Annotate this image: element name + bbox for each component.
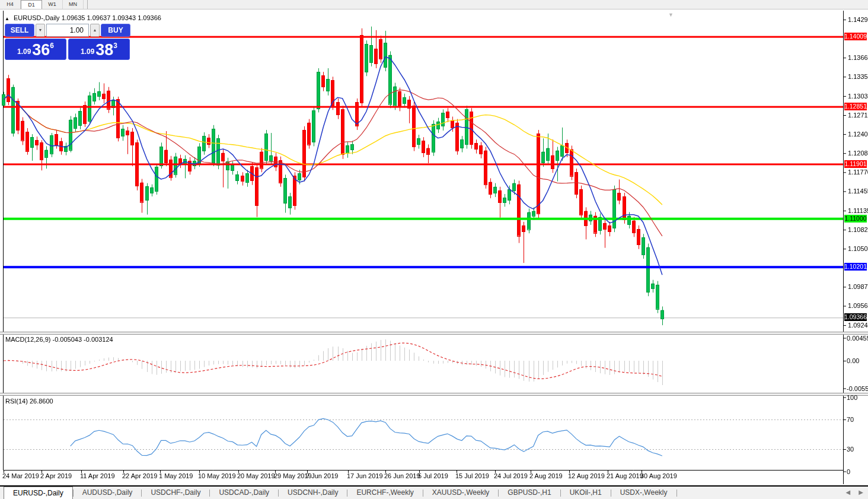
timeframe-button-h4[interactable]: H4 bbox=[0, 0, 21, 9]
buy-button[interactable]: BUY bbox=[101, 24, 130, 37]
tab-usdcnh-daily[interactable]: USDCNH-,Daily bbox=[279, 487, 347, 499]
price-level-label: 1.11901 bbox=[844, 160, 867, 168]
tab-ukoil-h1[interactable]: UKOil-,H1 bbox=[561, 487, 611, 499]
rsi-scale-tick: 100 bbox=[847, 394, 857, 401]
bid-price-prefix: 1.09 bbox=[17, 47, 31, 56]
chart-title: ▲ EURUSD-,Daily 1.09635 1.09637 1.09343 … bbox=[5, 14, 161, 21]
date-axis-label: 24 Mar 2019 bbox=[2, 472, 39, 479]
lot-size-input[interactable] bbox=[46, 24, 89, 37]
price-axis-tick: 1.09240 bbox=[848, 322, 868, 329]
chart-tab-bar: EURUSD-,DailyAUDUSD-,DailyUSDCHF-,DailyU… bbox=[0, 485, 868, 499]
date-axis-label: 21 Aug 2019 bbox=[607, 472, 643, 479]
price-level-label: 1.11000 bbox=[844, 215, 867, 223]
tab-eurchf-weekly[interactable]: EURCHF-,Weekly bbox=[347, 487, 422, 499]
rsi-scale-tick: 0 bbox=[847, 468, 850, 475]
price-axis-tick: 1.14295 bbox=[848, 16, 868, 23]
macd-indicator-label: MACD(12,26,9) -0.005043 -0.003124 bbox=[5, 336, 113, 343]
tab-gbpusd-h1[interactable]: GBPUSD-,H1 bbox=[499, 487, 560, 499]
price-axis-tick: 1.12400 bbox=[848, 131, 868, 138]
collapse-arrow-icon[interactable]: ▲ bbox=[5, 16, 9, 21]
price-axis-tick: 1.09560 bbox=[848, 302, 868, 309]
rsi-indicator-label: RSI(14) 26.8600 bbox=[5, 398, 53, 405]
price-axis-tick: 1.09875 bbox=[848, 283, 868, 290]
price-level-label: 1.14009 bbox=[844, 33, 867, 40]
tab-scroll-left-icon[interactable]: ◀ bbox=[846, 489, 851, 495]
date-axis-label: 24 Jul 2019 bbox=[494, 472, 528, 479]
price-level-label: 1.12851 bbox=[844, 103, 867, 110]
date-axis-label: 11 Apr 2019 bbox=[80, 472, 115, 479]
price-axis-tick: 1.11770 bbox=[848, 169, 868, 176]
price-axis-tick: 1.13665 bbox=[848, 54, 868, 61]
timeframe-button-mn[interactable]: MN bbox=[63, 0, 84, 9]
date-axis-label: 26 Jun 2019 bbox=[384, 472, 420, 479]
tab-usdchf-daily[interactable]: USDCHF-,Daily bbox=[142, 487, 209, 499]
price-axis-tick: 1.10505 bbox=[848, 245, 868, 252]
tab-scroll-buttons: ◀ ▶ bbox=[846, 489, 863, 495]
tab-audusd-daily[interactable]: AUDUSD-,Daily bbox=[74, 487, 142, 499]
lot-decrease-button[interactable]: ▼ bbox=[36, 24, 45, 37]
ask-price-box[interactable]: 1.09 38 3 bbox=[68, 39, 130, 60]
timeframe-button-w1[interactable]: W1 bbox=[42, 0, 63, 9]
date-axis-label: 5 Jul 2019 bbox=[418, 472, 448, 479]
price-axis-tick: 1.10820 bbox=[848, 226, 868, 233]
mt4-window: H4D1W1MN ▲ EURUSD-,Daily 1.09635 1.09637… bbox=[0, 0, 868, 499]
tab-xauusd-weekly[interactable]: XAUUSD-,Weekly bbox=[423, 487, 498, 499]
date-axis-label: 2 Apr 2019 bbox=[40, 472, 72, 479]
price-level-label: 1.10201 bbox=[844, 263, 867, 271]
macd-scale-tick: 0.00455 bbox=[847, 335, 868, 342]
macd-scale-tick: -0.0055 bbox=[847, 385, 868, 392]
one-click-trade-panel: SELL ▼ ▲ BUY 1.09 36 6 1.09 38 3 bbox=[5, 24, 134, 60]
date-axis-label: 12 Aug 2019 bbox=[568, 472, 605, 479]
date-axis-label: 15 Jul 2019 bbox=[455, 472, 489, 479]
toolbar-divider bbox=[87, 0, 88, 9]
bid-price-pipette: 6 bbox=[50, 42, 54, 50]
date-axis-label: 2 Aug 2019 bbox=[529, 472, 563, 479]
macd-scale-tick: 0.00 bbox=[847, 357, 859, 364]
tab-scroll-right-icon[interactable]: ▶ bbox=[859, 489, 863, 495]
chart-ohlc-values: 1.09635 1.09637 1.09343 1.09366 bbox=[62, 14, 161, 21]
date-axis-label: 22 Apr 2019 bbox=[122, 472, 157, 479]
date-axis-label: 17 Jun 2019 bbox=[347, 472, 383, 479]
date-axis-label: 20 May 2019 bbox=[237, 472, 275, 479]
bid-price-big: 36 bbox=[32, 42, 50, 58]
current-price-label: 1.09366 bbox=[844, 313, 867, 321]
timeframe-toolbar: H4D1W1MN bbox=[0, 0, 868, 9]
price-axis-tick: 1.12715 bbox=[848, 112, 868, 119]
tab-usdx-weekly[interactable]: USDX-,Weekly bbox=[611, 487, 676, 499]
chart-shift-marker-icon[interactable]: ▼ bbox=[668, 12, 674, 18]
ask-price-pipette: 3 bbox=[113, 42, 117, 50]
price-axis-tick: 1.12085 bbox=[848, 150, 868, 157]
rsi-scale-tick: 70 bbox=[847, 416, 854, 423]
price-axis-tick: 1.13350 bbox=[848, 73, 868, 80]
date-axis-label: 30 Aug 2019 bbox=[640, 472, 677, 479]
ask-price-big: 38 bbox=[95, 42, 113, 58]
chart-window: ▲ EURUSD-,Daily 1.09635 1.09637 1.09343 … bbox=[0, 9, 868, 485]
chart-symbol: EURUSD-,Daily bbox=[14, 14, 60, 21]
bid-price-box[interactable]: 1.09 36 6 bbox=[5, 39, 66, 60]
tab-usdcad-daily[interactable]: USDCAD-,Daily bbox=[210, 487, 278, 499]
date-axis-label: 10 May 2019 bbox=[198, 472, 236, 479]
sell-button[interactable]: SELL bbox=[5, 24, 34, 37]
price-axis-tick: 1.11455 bbox=[848, 187, 868, 195]
rsi-scale-tick: 30 bbox=[847, 446, 854, 453]
lot-increase-button[interactable]: ▲ bbox=[90, 24, 100, 37]
tab-separator bbox=[676, 490, 677, 497]
timeframe-button-d1[interactable]: D1 bbox=[21, 0, 42, 9]
price-axis-tick: 1.11135 bbox=[848, 207, 868, 214]
tab-eurusd-daily[interactable]: EURUSD-,Daily bbox=[4, 487, 73, 499]
ask-price-prefix: 1.09 bbox=[81, 47, 94, 56]
date-axis-label: 7 Jun 2019 bbox=[306, 472, 338, 479]
price-chart-canvas[interactable] bbox=[0, 9, 868, 485]
date-axis-label: 1 May 2019 bbox=[159, 472, 193, 479]
price-axis-tick: 1.13030 bbox=[848, 93, 868, 100]
